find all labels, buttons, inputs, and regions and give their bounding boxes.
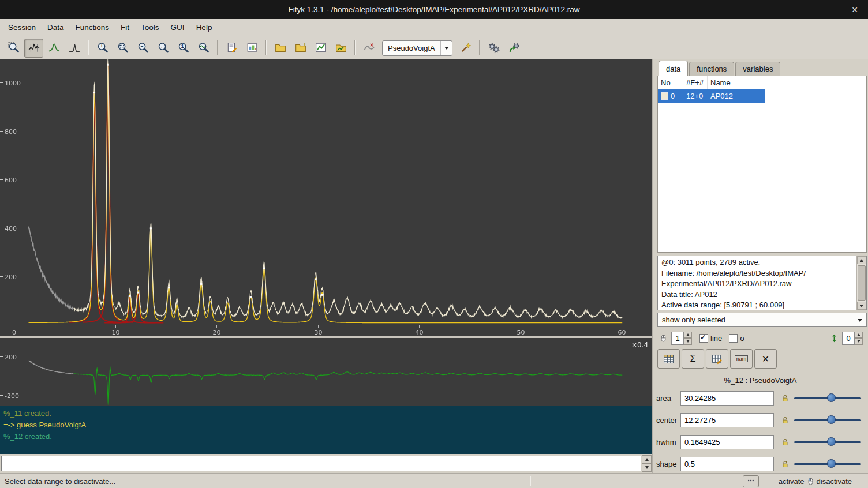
mode-data-range[interactable] — [24, 39, 43, 58]
menu-bar: SessionDataFunctionsFitToolsGUIHelp — [0, 19, 868, 36]
dataset-number: 0 — [671, 92, 675, 100]
mouse-hint-config-button[interactable] — [743, 475, 759, 487]
spin-down-button[interactable] — [855, 338, 863, 345]
lock-icon[interactable] — [779, 392, 791, 404]
function-type-dropdown[interactable]: PseudoVoigtA — [382, 40, 452, 56]
toolbar: +−←1+PseudoVoigtA — [0, 36, 868, 60]
gui-config[interactable] — [242, 39, 261, 58]
edit-script[interactable] — [222, 39, 241, 58]
dataset-list[interactable]: No #F+# Name 0 12+0 AP012 — [657, 76, 867, 253]
button-glyph: ✕ — [762, 354, 769, 365]
column-header-functions[interactable]: #F+# — [683, 76, 708, 89]
sum-formula-button[interactable]: Σ — [682, 349, 704, 369]
export-data[interactable] — [331, 39, 350, 58]
docimg-icon — [246, 42, 258, 54]
info-line: Filename: /home/aleplo/test/Desktop/IMAP… — [661, 268, 855, 279]
status-bar: Select data range to disactivate... acti… — [0, 473, 868, 488]
aux-plot[interactable] — [0, 338, 652, 406]
param-label: hwhm — [653, 438, 680, 446]
range-icon — [28, 42, 40, 54]
function-type-value: PseudoVoigtA — [383, 44, 440, 52]
data-color-swatch[interactable] — [661, 92, 668, 100]
dropdown-arrow-icon — [440, 41, 452, 55]
mode-add-peak[interactable] — [44, 39, 63, 58]
area-slider[interactable] — [794, 392, 861, 404]
append-data[interactable]: + — [291, 39, 310, 58]
open-data[interactable] — [271, 39, 290, 58]
edit-data-button[interactable] — [706, 349, 728, 369]
center-input[interactable] — [680, 413, 774, 427]
tab-variables[interactable]: variables — [735, 62, 780, 76]
slider-thumb[interactable] — [827, 437, 836, 446]
spin-down-button[interactable] — [684, 338, 692, 345]
lock-icon[interactable] — [779, 458, 791, 470]
menu-session[interactable]: Session — [2, 19, 42, 36]
zoom-vertical-fit[interactable] — [194, 39, 213, 58]
mode-add-function[interactable] — [65, 39, 84, 58]
mode-zoom-select[interactable] — [4, 39, 23, 58]
show-filter-dropdown[interactable]: show only selected — [657, 313, 867, 327]
delete-button[interactable]: ✕ — [754, 349, 777, 369]
point-size-spinner[interactable]: 1 — [671, 332, 692, 345]
column-header-name[interactable]: Name — [708, 76, 765, 89]
rename-button[interactable]: nam — [730, 349, 753, 369]
line-checkbox[interactable] — [699, 334, 708, 343]
info-line: Experimental/AP012/PXRD/AP012.raw — [661, 279, 855, 290]
tab-data[interactable]: data — [659, 61, 688, 76]
lock-icon[interactable] — [779, 436, 791, 448]
zoom-region[interactable] — [113, 39, 132, 58]
data-transform[interactable] — [360, 39, 379, 58]
column-header-no[interactable]: No — [658, 76, 683, 89]
run-fit[interactable] — [484, 39, 503, 58]
zoom-out[interactable]: − — [133, 39, 152, 58]
menu-tools[interactable]: Tools — [135, 19, 165, 36]
zoom-previous[interactable]: ← — [154, 39, 173, 58]
scrollbar-thumb[interactable] — [858, 265, 866, 301]
dots-icon — [747, 476, 755, 486]
data-table-button[interactable] — [657, 349, 680, 369]
command-history-spinner — [642, 455, 652, 472]
window-title: Fityk 1.3.1 - /home/aleplo/test/Desktop/… — [289, 5, 580, 14]
quick-load-data[interactable] — [311, 39, 330, 58]
main-plot[interactable] — [0, 59, 652, 336]
spin-up-button[interactable] — [855, 332, 863, 339]
dataset-row[interactable]: 0 12+0 AP012 — [658, 89, 866, 103]
shape-slider[interactable] — [794, 458, 861, 470]
menu-fit[interactable]: Fit — [115, 19, 135, 36]
title-bar[interactable]: Fityk 1.3.1 - /home/aleplo/test/Desktop/… — [0, 0, 868, 19]
menu-help[interactable]: Help — [190, 19, 218, 36]
history-up-button[interactable] — [642, 455, 652, 464]
lock-icon[interactable] — [779, 414, 791, 426]
area-input[interactable] — [680, 391, 774, 406]
history-down-button[interactable] — [642, 464, 652, 472]
scroll-up-button[interactable] — [857, 256, 866, 264]
tab-functions[interactable]: functions — [689, 62, 734, 76]
spin-up-button[interactable] — [684, 332, 692, 339]
menu-data[interactable]: Data — [42, 19, 70, 36]
magminus-icon: − — [137, 42, 149, 54]
center-slider[interactable] — [794, 414, 861, 426]
toolbar-separator — [479, 40, 480, 55]
shape-input[interactable] — [680, 457, 774, 471]
tableicon-icon — [663, 354, 674, 365]
info-scrollbar[interactable] — [856, 256, 866, 310]
menu-gui[interactable]: GUI — [165, 19, 190, 36]
hwhm-slider[interactable] — [794, 436, 861, 448]
shift-spinner[interactable]: 0 — [842, 332, 863, 345]
zoom-all[interactable]: 1 — [174, 39, 193, 58]
close-button[interactable]: ✕ — [847, 0, 862, 19]
menu-functions[interactable]: Functions — [70, 19, 115, 36]
toolbar-separator — [265, 40, 267, 55]
undo-fit[interactable] — [504, 39, 523, 58]
console-line: =-> guess PseudoVoigtA — [0, 419, 652, 431]
zoom-in[interactable]: + — [93, 39, 112, 58]
magbox-icon — [117, 42, 129, 54]
slider-thumb[interactable] — [827, 415, 836, 424]
command-input[interactable] — [1, 456, 641, 471]
slider-thumb[interactable] — [827, 393, 836, 402]
sigma-checkbox[interactable] — [729, 334, 738, 343]
hwhm-input[interactable] — [680, 435, 774, 449]
scroll-down-button[interactable] — [857, 302, 866, 310]
slider-thumb[interactable] — [827, 459, 836, 468]
auto-add-guess[interactable] — [456, 39, 475, 58]
